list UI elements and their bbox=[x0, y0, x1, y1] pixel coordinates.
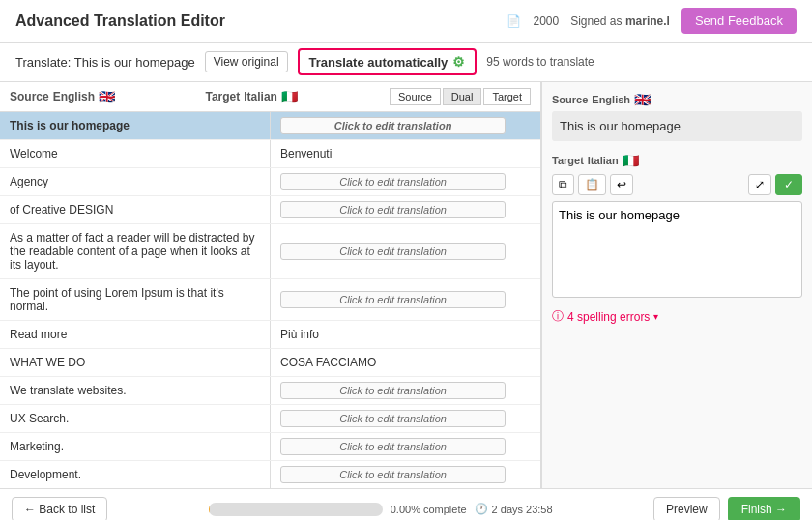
table-row: The point of using Lorem Ipsum is that i… bbox=[0, 279, 540, 321]
progress-bar bbox=[209, 503, 383, 516]
clock-icon: 🕐 bbox=[475, 503, 488, 515]
chevron-down-icon: ▾ bbox=[653, 311, 658, 322]
confirm-button[interactable]: ✓ bbox=[775, 174, 802, 195]
source-language: Source English 🇬🇧 bbox=[10, 89, 193, 104]
progress-section: 0.00% complete 🕐 2 days 23:58 bbox=[107, 503, 653, 516]
table-row: As a matter of fact a reader will be dis… bbox=[0, 224, 540, 279]
target-cell[interactable]: Click to edit translation bbox=[271, 112, 540, 139]
right-source-text: This is our homepage bbox=[552, 111, 802, 141]
left-panel: Source English 🇬🇧 Target Italian 🇮🇹 Sour… bbox=[0, 82, 541, 488]
view-tabs: Source Dual Target bbox=[390, 88, 531, 105]
source-cell: Development. bbox=[0, 461, 271, 488]
header: Advanced Translation Editor 📄 2000 Signe… bbox=[0, 0, 812, 43]
credits-count: 2000 bbox=[533, 14, 559, 28]
target-cell[interactable]: Più info bbox=[271, 321, 540, 348]
translation-table: This is our homepage Click to edit trans… bbox=[0, 112, 540, 488]
table-row: of Creative DESIGN Click to edit transla… bbox=[0, 196, 540, 224]
source-lang-label: Source bbox=[10, 90, 49, 103]
english-flag-icon: 🇬🇧 bbox=[99, 89, 115, 104]
right-panel: Source English 🇬🇧 This is our homepage T… bbox=[541, 82, 812, 488]
click-edit-label[interactable]: Click to edit translation bbox=[280, 382, 506, 399]
click-edit-label[interactable]: Click to edit translation bbox=[280, 243, 506, 260]
click-edit-label[interactable]: Click to edit translation bbox=[280, 173, 506, 190]
signed-as-label: Signed as marine.l bbox=[570, 14, 670, 28]
view-original-button[interactable]: View original bbox=[205, 51, 288, 72]
source-cell: We translate websites. bbox=[0, 377, 271, 404]
target-cell[interactable]: Click to edit translation bbox=[271, 224, 540, 278]
source-cell: The point of using Lorem Ipsum is that i… bbox=[0, 279, 271, 320]
table-row: Marketing. Click to edit translation bbox=[0, 433, 540, 461]
table-row: Agency Click to edit translation bbox=[0, 168, 540, 196]
source-cell: As a matter of fact a reader will be dis… bbox=[0, 224, 271, 278]
table-row: Development. Click to edit translation bbox=[0, 461, 540, 488]
undo-button[interactable]: ↩ bbox=[610, 174, 633, 195]
source-cell: UX Search. bbox=[0, 405, 271, 432]
target-cell[interactable]: Click to edit translation bbox=[271, 168, 540, 195]
target-cell[interactable]: Click to edit translation bbox=[271, 279, 540, 320]
header-right: 📄 2000 Signed as marine.l Send Feedback bbox=[507, 8, 797, 34]
translate-automatically-button[interactable]: Translate automatically ⚙ bbox=[298, 48, 478, 75]
source-cell: Welcome bbox=[0, 140, 271, 167]
click-edit-label[interactable]: Click to edit translation bbox=[280, 438, 506, 455]
gear-icon: ⚙ bbox=[452, 54, 465, 70]
translation-editor[interactable]: This is our homepage bbox=[552, 201, 802, 298]
target-cell[interactable]: Click to edit translation bbox=[271, 196, 540, 223]
target-cell[interactable]: Benvenuti bbox=[271, 140, 540, 167]
target-cell[interactable]: Click to edit translation bbox=[271, 461, 540, 488]
click-edit-label[interactable]: Click to edit translation bbox=[280, 466, 506, 483]
back-to-list-button[interactable]: ← Back to list bbox=[12, 497, 107, 521]
target-cell[interactable]: Click to edit translation bbox=[271, 405, 540, 432]
send-feedback-button[interactable]: Send Feedback bbox=[682, 8, 797, 34]
table-row: This is our homepage Click to edit trans… bbox=[0, 112, 540, 140]
tab-target[interactable]: Target bbox=[483, 88, 531, 105]
right-source-lang: English bbox=[592, 94, 630, 105]
right-italian-flag-icon: 🇮🇹 bbox=[623, 153, 639, 168]
target-lang-name: Italian bbox=[244, 90, 277, 103]
right-english-flag-icon: 🇬🇧 bbox=[634, 92, 651, 107]
editor-toolbar: ⧉ 📋 ↩ ⤢ ✓ bbox=[552, 174, 802, 195]
right-source-header: Source English 🇬🇧 bbox=[552, 92, 802, 107]
toolbar: Translate: This is our homepage View ori… bbox=[0, 43, 812, 82]
tab-source[interactable]: Source bbox=[390, 88, 441, 105]
preview-button[interactable]: Preview bbox=[653, 497, 720, 521]
target-cell[interactable]: Click to edit translation bbox=[271, 433, 540, 460]
table-row: Read more Più info bbox=[0, 321, 540, 349]
progress-label: 0.00% complete bbox=[391, 504, 467, 515]
target-language: Target Italian 🇮🇹 bbox=[193, 89, 389, 104]
target-lang-label: Target bbox=[205, 90, 240, 103]
source-cell: WHAT WE DO bbox=[0, 349, 271, 376]
footer-right: Preview Finish → bbox=[653, 497, 800, 521]
click-edit-label[interactable]: Click to edit translation bbox=[280, 410, 506, 427]
deadline-value: 2 days 23:58 bbox=[492, 504, 553, 515]
username: marine.l bbox=[625, 14, 670, 28]
source-cell: of Creative DESIGN bbox=[0, 196, 271, 223]
copy-button[interactable]: ⧉ bbox=[552, 174, 574, 195]
right-source-label: Source bbox=[552, 94, 588, 105]
main-area: Source English 🇬🇧 Target Italian 🇮🇹 Sour… bbox=[0, 82, 812, 488]
spelling-errors[interactable]: ⓘ 4 spelling errors ▾ bbox=[552, 308, 802, 325]
table-row: UX Search. Click to edit translation bbox=[0, 405, 540, 433]
right-target-header: Target Italian 🇮🇹 bbox=[552, 153, 802, 168]
header-left: Advanced Translation Editor bbox=[15, 13, 225, 30]
right-target-label: Target bbox=[552, 155, 584, 166]
click-edit-label[interactable]: Click to edit translation bbox=[280, 201, 506, 218]
finish-button[interactable]: Finish → bbox=[728, 497, 800, 521]
footer: ← Back to list 0.00% complete 🕐 2 days 2… bbox=[0, 488, 812, 520]
source-cell: Read more bbox=[0, 321, 271, 348]
paste-button[interactable]: 📋 bbox=[578, 174, 606, 195]
warning-icon: ⓘ bbox=[552, 308, 564, 325]
language-headers: Source English 🇬🇧 Target Italian 🇮🇹 Sour… bbox=[0, 82, 540, 112]
click-edit-label[interactable]: Click to edit translation bbox=[280, 117, 506, 134]
click-edit-label[interactable]: Click to edit translation bbox=[280, 291, 506, 308]
deadline: 🕐 2 days 23:58 bbox=[475, 503, 553, 515]
target-cell[interactable]: COSA FACCIAMO bbox=[271, 349, 540, 376]
source-cell: Marketing. bbox=[0, 433, 271, 460]
spelling-errors-label: 4 spelling errors bbox=[567, 310, 650, 324]
expand-button[interactable]: ⤢ bbox=[748, 174, 771, 195]
words-count: 95 words to translate bbox=[486, 55, 594, 69]
translated-value: Più info bbox=[280, 328, 319, 341]
tab-dual[interactable]: Dual bbox=[443, 88, 482, 105]
translate-auto-label: Translate automatically bbox=[309, 55, 449, 70]
translate-label: Translate: This is our homepage bbox=[15, 55, 195, 70]
target-cell[interactable]: Click to edit translation bbox=[271, 377, 540, 404]
